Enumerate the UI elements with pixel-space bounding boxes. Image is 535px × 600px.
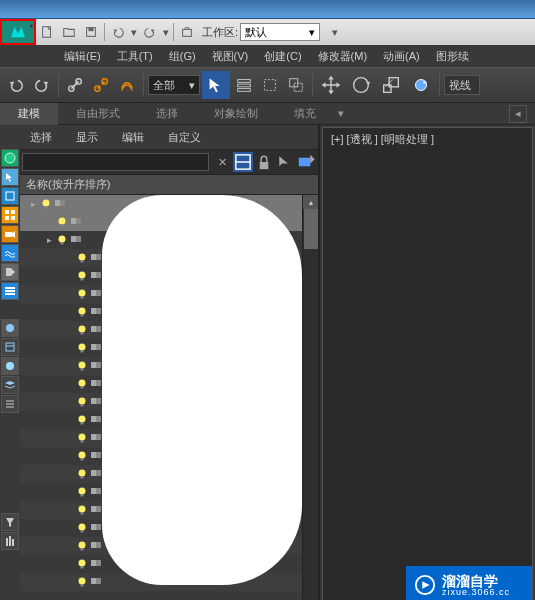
scene-column-header[interactable]: 名称(按升序排序) [20, 175, 318, 195]
menu-graph[interactable]: 图形续 [428, 45, 477, 67]
application-button[interactable]: ▾ [0, 19, 36, 45]
qat-more-button[interactable]: ▾ [324, 21, 346, 43]
ribbon-tab-objectpaint[interactable]: 对象绘制 [196, 103, 276, 125]
expand-icon[interactable] [64, 541, 74, 551]
menu-tools[interactable]: 工具(T) [109, 45, 161, 67]
expand-icon[interactable] [64, 397, 74, 407]
tool-layers[interactable] [1, 282, 19, 300]
ribbon-tab-modeling[interactable]: 建模 [0, 103, 58, 125]
ribbon-tab-freeform[interactable]: 自由形式 [58, 103, 138, 125]
new-file-button[interactable] [36, 21, 58, 43]
window-crossing-button[interactable] [284, 73, 308, 97]
link-button[interactable] [63, 73, 87, 97]
undo-dropdown[interactable]: ▾ [129, 21, 139, 43]
expand-icon[interactable] [64, 361, 74, 371]
panel-tab-select[interactable]: 选择 [24, 128, 58, 147]
tool-box[interactable] [1, 187, 19, 205]
redo-dropdown[interactable]: ▾ [161, 21, 171, 43]
select-name-button[interactable] [232, 73, 256, 97]
expand-icon[interactable] [64, 325, 74, 335]
tool-select[interactable] [1, 168, 19, 186]
tool-settings[interactable] [1, 532, 19, 550]
tool-grid[interactable] [1, 206, 19, 224]
lock-button[interactable] [254, 152, 274, 172]
viewport-label[interactable]: [+] [透视 ] [明暗处理 ] [331, 132, 434, 147]
expand-icon[interactable] [64, 307, 74, 317]
tool-camera[interactable] [1, 225, 19, 243]
tool-filter[interactable] [1, 513, 19, 531]
project-button[interactable] [176, 21, 198, 43]
workspace-combo[interactable]: 默认▾ [240, 23, 320, 41]
unlink-button[interactable] [89, 73, 113, 97]
selection-filter-combo[interactable]: 全部▾ [148, 75, 200, 95]
expand-icon[interactable] [64, 343, 74, 353]
tool-sphere2[interactable] [1, 357, 19, 375]
expand-icon[interactable] [64, 253, 74, 263]
expand-icon[interactable] [64, 523, 74, 533]
expand-icon[interactable] [64, 415, 74, 425]
expand-icon[interactable]: ▸ [28, 199, 38, 209]
scale-button[interactable] [377, 71, 405, 99]
expand-icon[interactable] [64, 577, 74, 587]
expand-icon[interactable] [64, 559, 74, 569]
expand-icon[interactable] [64, 289, 74, 299]
refcoord-combo[interactable]: 视线 [444, 75, 480, 95]
redo-main-button[interactable] [30, 73, 54, 97]
expand-icon[interactable] [64, 451, 74, 461]
menu-group[interactable]: 组(G) [161, 45, 204, 67]
panel-tab-custom[interactable]: 自定义 [162, 128, 207, 147]
panel-tab-edit[interactable]: 编辑 [116, 128, 150, 147]
expand-icon[interactable] [64, 379, 74, 389]
menu-create[interactable]: 创建(C) [256, 45, 309, 67]
svg-point-71 [79, 326, 86, 333]
svg-rect-73 [91, 326, 96, 332]
view-toggle-button[interactable] [233, 152, 253, 172]
tool-layer2[interactable] [1, 376, 19, 394]
expand-icon[interactable] [64, 433, 74, 443]
tool-list[interactable] [1, 395, 19, 413]
undo-main-button[interactable] [4, 73, 28, 97]
menu-views[interactable]: 视图(V) [204, 45, 257, 67]
tool-sphere[interactable] [1, 319, 19, 337]
svg-rect-49 [71, 218, 76, 224]
expand-icon[interactable]: ▸ [44, 235, 54, 245]
scroll-up-button[interactable]: ▴ [303, 195, 318, 209]
panel-tab-display[interactable]: 显示 [70, 128, 104, 147]
expand-icon[interactable] [64, 487, 74, 497]
tool-tag[interactable] [1, 263, 19, 281]
ribbon-tab-selection[interactable]: 选择 [138, 103, 196, 125]
svg-rect-68 [81, 314, 84, 317]
redo-button[interactable] [139, 21, 161, 43]
tool-world[interactable] [1, 149, 19, 167]
scene-scrollbar[interactable]: ▴ ▾ [302, 195, 318, 600]
select-object-button[interactable] [202, 71, 230, 99]
view-value: 视线 [449, 78, 471, 93]
ribbon-collapse-button[interactable]: ◂ [509, 105, 527, 123]
open-file-button[interactable] [58, 21, 80, 43]
add-button[interactable] [296, 152, 316, 172]
menu-modifiers[interactable]: 修改器(M) [310, 45, 376, 67]
expand-icon[interactable] [64, 469, 74, 479]
viewport-perspective[interactable]: [+] [透视 ] [明暗处理 ] 溜溜自学 zixue.3066.cc [322, 127, 533, 600]
tool-window[interactable] [1, 338, 19, 356]
place-button[interactable] [407, 71, 435, 99]
expand-icon[interactable] [64, 271, 74, 281]
move-button[interactable] [317, 71, 345, 99]
svg-rect-28 [5, 293, 15, 295]
rotate-button[interactable] [347, 71, 375, 99]
menu-animation[interactable]: 动画(A) [375, 45, 428, 67]
undo-button[interactable] [107, 21, 129, 43]
save-button[interactable] [80, 21, 102, 43]
pick-button[interactable] [275, 152, 295, 172]
expand-icon[interactable] [44, 217, 54, 227]
ribbon-dropdown[interactable]: ▾ [334, 107, 348, 120]
select-region-rect-button[interactable] [258, 73, 282, 97]
search-clear-button[interactable]: ✕ [212, 152, 232, 172]
menu-edit[interactable]: 编辑(E) [56, 45, 109, 67]
ribbon-tab-populate[interactable]: 填充 [276, 103, 334, 125]
scene-search-input[interactable] [22, 153, 209, 171]
bind-button[interactable] [115, 73, 139, 97]
tool-wave[interactable] [1, 244, 19, 262]
scroll-thumb[interactable] [304, 209, 318, 249]
expand-icon[interactable] [64, 505, 74, 515]
